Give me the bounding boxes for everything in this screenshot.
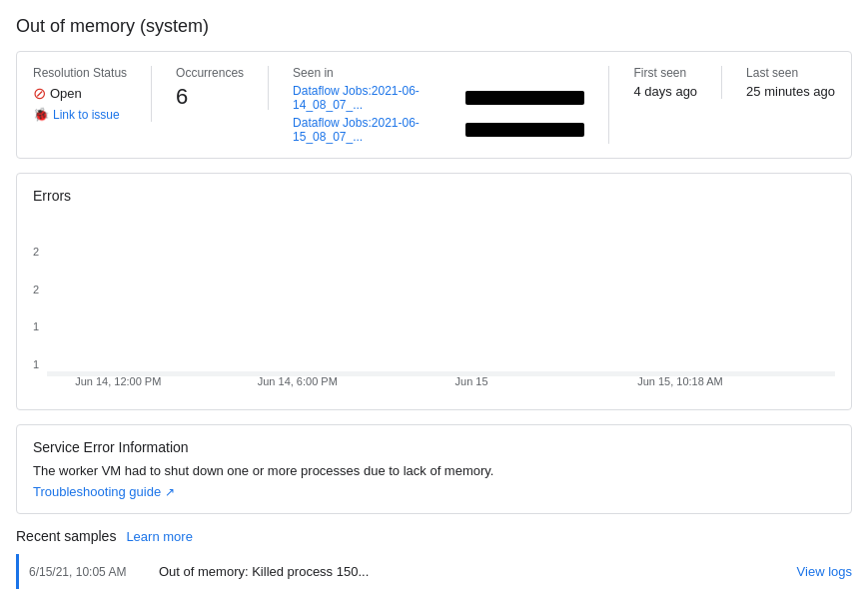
- resolution-section: Resolution Status ⊘ Open 🐞 Link to issue: [33, 66, 152, 122]
- seen-in-section: Seen in Dataflow Jobs:2021-06-14_08_07_.…: [293, 66, 609, 144]
- seen-link-2[interactable]: Dataflow Jobs:2021-06-15_08_07_...: [293, 116, 461, 144]
- last-seen-value: 25 minutes ago: [746, 84, 835, 99]
- x-label-1: Jun 14, 12:00 PM: [75, 375, 161, 387]
- recent-title: Recent samples: [16, 528, 116, 544]
- y-label-4: 2: [33, 246, 39, 258]
- recent-samples-section: Recent samples Learn more 6/15/21, 10:05…: [16, 528, 852, 589]
- troubleshoot-link[interactable]: Troubleshooting guide ↗: [33, 484, 175, 499]
- x-axis: Jun 14, 12:00 PM Jun 14, 6:00 PM Jun 15 …: [75, 375, 835, 395]
- y-label-2: 1: [33, 320, 39, 332]
- external-link-icon: ↗: [165, 485, 175, 499]
- y-label-1: 1: [33, 358, 39, 370]
- grid-line-2: [47, 373, 835, 374]
- grid-line-3: [47, 372, 835, 373]
- occurrences-label: Occurrences: [176, 66, 244, 80]
- resolution-label: Resolution Status: [33, 66, 127, 80]
- recent-header: Recent samples Learn more: [16, 528, 852, 544]
- first-seen-label: First seen: [633, 66, 697, 80]
- status-value: Open: [50, 86, 82, 101]
- sample-msg-1: Out of memory: Killed process 150...: [159, 564, 797, 579]
- last-seen-label: Last seen: [746, 66, 835, 80]
- sample-time-1: 6/15/21, 10:05 AM: [29, 565, 159, 579]
- x-label-3: Jun 15: [455, 375, 488, 387]
- redacted-1: [465, 91, 585, 105]
- first-seen-value: 4 days ago: [633, 84, 697, 99]
- sample-list: 6/15/21, 10:05 AM Out of memory: Killed …: [16, 554, 852, 589]
- x-label-4: Jun 15, 10:18 AM: [637, 375, 723, 387]
- x-label-2: Jun 14, 6:00 PM: [258, 375, 338, 387]
- learn-more-link[interactable]: Learn more: [126, 529, 192, 544]
- error-icon: ⊘: [33, 84, 46, 103]
- chart-title: Errors: [33, 188, 835, 204]
- chart-container: 2 2 1 1: [33, 216, 835, 395]
- last-seen-section: Last seen 25 minutes ago: [746, 66, 835, 99]
- redacted-2: [465, 123, 585, 137]
- y-label-3: 2: [33, 284, 39, 295]
- bug-icon: 🐞: [33, 107, 49, 122]
- seen-in-links: Dataflow Jobs:2021-06-14_08_07_... Dataf…: [293, 84, 584, 144]
- sample-row-1: 6/15/21, 10:05 AM Out of memory: Killed …: [16, 554, 852, 589]
- status-open: ⊘ Open: [33, 84, 127, 103]
- seen-link-1[interactable]: Dataflow Jobs:2021-06-14_08_07_...: [293, 84, 461, 112]
- seen-in-label: Seen in: [293, 66, 584, 80]
- service-error-title: Service Error Information: [33, 439, 835, 455]
- view-logs-1[interactable]: View logs: [797, 564, 852, 579]
- occurrences-section: Occurrences 6: [176, 66, 269, 110]
- occurrences-value: 6: [176, 84, 244, 110]
- info-card: Resolution Status ⊘ Open 🐞 Link to issue…: [16, 51, 852, 159]
- first-seen-section: First seen 4 days ago: [633, 66, 722, 99]
- page-title: Out of memory (system): [16, 16, 852, 37]
- errors-chart-card: Errors 2 2 1 1: [16, 173, 852, 410]
- link-to-issue[interactable]: 🐞 Link to issue: [33, 107, 127, 122]
- service-error-card: Service Error Information The worker VM …: [16, 424, 852, 514]
- grid-line-4: [47, 371, 835, 372]
- y-axis: 2 2 1 1: [33, 246, 39, 395]
- service-error-description: The worker VM had to shut down one or mo…: [33, 463, 835, 478]
- chart-area-wrapper: Jun 14, 12:00 PM Jun 14, 6:00 PM Jun 15 …: [47, 371, 835, 395]
